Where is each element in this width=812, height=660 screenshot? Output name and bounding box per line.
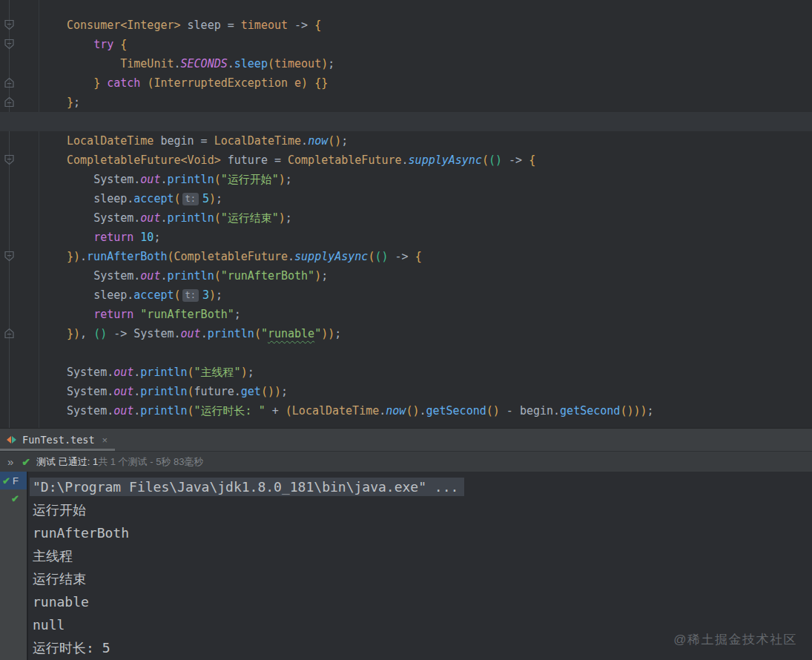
code-token: getSecond — [560, 404, 620, 418]
code-line — [67, 112, 654, 131]
code-token: try — [93, 38, 113, 51]
code-token: ) — [209, 192, 216, 205]
code-token: CompletableFuture — [288, 154, 402, 167]
code-token: . — [107, 404, 113, 418]
code-token: timeout — [274, 57, 321, 70]
code-line: System.out.println("运行开始"); — [67, 170, 654, 189]
close-icon[interactable]: × — [102, 435, 108, 446]
fold-marker-icon[interactable] — [4, 154, 15, 165]
code-token: ; — [341, 134, 348, 148]
code-token: . — [133, 269, 140, 283]
code-token: ) — [301, 76, 308, 90]
code-token: ( — [188, 366, 194, 379]
code-token: ( — [188, 404, 194, 418]
code-token: . — [127, 192, 133, 205]
code-token: ; — [328, 57, 334, 70]
tree-node-label: F — [13, 475, 19, 486]
code-line: sleep.accept(t:5); — [67, 189, 654, 208]
code-token: catch — [107, 76, 140, 90]
code-token: . — [553, 404, 560, 418]
code-token: { — [314, 19, 321, 32]
code-token: } — [93, 76, 100, 90]
code-token: () — [489, 154, 502, 167]
ide-window: Consumer<Integer> sleep = timeout -> { t… — [0, 0, 812, 660]
code-token: ; — [285, 211, 292, 225]
code-token: . — [174, 327, 181, 340]
console-output[interactable]: "D:\Program Files\Java\jdk1.8.0_181\bin\… — [30, 475, 464, 659]
code-token: out — [113, 385, 133, 398]
code-line: TimeUnit.SECONDS.sleep(timeout); — [67, 54, 654, 73]
test-tree-node[interactable]: ✔F — [0, 472, 27, 489]
code-token: ; — [285, 173, 292, 186]
code-token: sleep — [234, 57, 268, 70]
code-token: ; — [216, 192, 222, 205]
code-token: () — [620, 404, 633, 418]
test-tree[interactable]: ✔F✔ — [0, 472, 28, 660]
code-token: SECONDS — [181, 57, 228, 70]
tab-funtest-test[interactable]: FunTest.test × — [0, 429, 115, 451]
code-token: ( — [188, 385, 194, 398]
test-tree-node[interactable]: ✔ — [0, 489, 27, 507]
code-token: -> — [288, 19, 314, 32]
code-token: } — [67, 96, 73, 109]
code-token: ; — [281, 385, 288, 398]
code-line: sleep.accept(t:3); — [67, 286, 654, 305]
code-token: . — [133, 404, 140, 418]
fold-marker-icon[interactable] — [4, 251, 15, 262]
code-line: System.out.println("运行结束"); — [67, 208, 654, 228]
code-token: " — [261, 327, 268, 340]
code-token: "运行时长: " — [194, 404, 265, 418]
code-line: System.out.println(future.get()); — [67, 382, 654, 401]
fold-marker-icon[interactable] — [4, 19, 15, 30]
code-token — [288, 76, 294, 90]
code-token: }) — [67, 327, 80, 340]
code-editor[interactable]: Consumer<Integer> sleep = timeout -> { t… — [0, 0, 812, 428]
code-token: return — [93, 308, 133, 321]
console-line: 运行结束 — [30, 567, 464, 590]
code-token: System — [93, 173, 133, 186]
code-token: ( — [268, 57, 274, 70]
code-token: now — [386, 404, 406, 418]
code-token — [308, 76, 314, 90]
code-token: . — [133, 173, 140, 186]
code-token: -> — [107, 327, 133, 340]
code-token: ) — [314, 269, 321, 283]
code-token: sleep — [93, 192, 127, 205]
code-token: " — [314, 327, 321, 340]
code-token: ( — [214, 269, 221, 283]
code-token: )) — [321, 327, 334, 340]
code-line: }; — [67, 93, 654, 112]
expand-chevrons-icon[interactable]: » — [7, 455, 13, 468]
fold-marker-icon[interactable] — [4, 77, 15, 88]
code-token: ( — [214, 211, 221, 225]
code-token: ; — [234, 308, 241, 321]
code-token: println — [140, 366, 187, 379]
code-token: . — [133, 211, 140, 225]
code-token: . — [201, 327, 208, 340]
code-token: . — [107, 385, 113, 398]
fold-marker-icon[interactable] — [4, 328, 15, 339]
fold-marker-icon[interactable] — [4, 96, 15, 108]
code-token: ( — [482, 154, 489, 167]
code-token: . — [301, 134, 308, 148]
code-token: get — [241, 385, 261, 398]
code-token — [133, 231, 140, 244]
code-token: }) — [67, 250, 80, 263]
code-token: out — [140, 173, 160, 186]
code-token: println — [140, 385, 187, 398]
test-passed-check-icon: ✔ — [11, 493, 19, 504]
fold-marker-icon[interactable] — [4, 39, 15, 50]
code-token: out — [113, 404, 133, 418]
code-token: ( — [285, 404, 292, 418]
code-token: . — [228, 57, 234, 70]
code-token: -> — [502, 154, 529, 167]
code-line: return 10; — [67, 228, 654, 247]
code-token: ; — [216, 288, 222, 302]
code-token: {} — [314, 76, 328, 90]
code-token: InterruptedException — [154, 76, 288, 90]
code-token: ) — [279, 173, 285, 186]
code-token: System — [93, 269, 133, 283]
console-line: null — [30, 613, 464, 636]
code-line: return "runAfterBoth"; — [67, 305, 654, 324]
code-token: begin — [520, 404, 553, 418]
